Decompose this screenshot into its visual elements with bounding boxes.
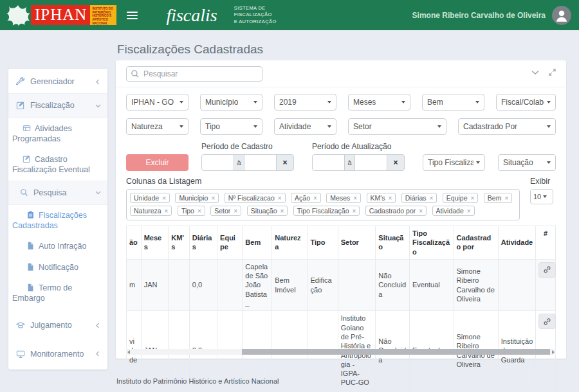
column-tag[interactable]: Natureza xyxy=(130,206,172,216)
sidebar-item-pesquisa[interactable]: Pesquisa xyxy=(8,181,107,205)
remove-tag-icon[interactable] xyxy=(278,195,282,202)
collapse-panel-icon[interactable] xyxy=(531,70,539,75)
column-tag[interactable]: Município xyxy=(175,193,219,203)
meses-select[interactable]: Meses xyxy=(348,94,410,111)
open-record-button[interactable] xyxy=(538,262,556,278)
atividade-select[interactable]: Atividade xyxy=(274,118,336,135)
user-menu[interactable]: Simone Ribeiro Carvalho de Oliveira xyxy=(412,6,571,25)
column-header[interactable]: Tipo Fiscalização xyxy=(409,226,454,260)
sidebar-item-fiscalizacao[interactable]: Fiscalização xyxy=(8,93,107,118)
situacao-select[interactable]: Situação xyxy=(498,154,556,171)
column-tag[interactable]: KM's xyxy=(367,193,396,203)
natureza-select[interactable]: Natureza xyxy=(126,118,188,135)
main-panel: IPHAN - GO Município 2019 Meses Bem Fisc… xyxy=(116,60,566,359)
column-tag[interactable]: Cadastrado por xyxy=(365,206,427,216)
remove-tag-icon[interactable] xyxy=(504,195,508,202)
sidebar-item-auto-infracao[interactable]: Auto Infração xyxy=(8,236,107,256)
remove-tag-icon[interactable] xyxy=(353,195,357,202)
column-header[interactable]: Natureza xyxy=(272,226,308,260)
remove-tag-icon[interactable] xyxy=(211,195,215,202)
remove-tag-icon[interactable] xyxy=(430,195,434,202)
column-header[interactable]: Situação xyxy=(376,226,410,260)
column-tag[interactable]: Setor xyxy=(210,206,241,216)
remove-tag-icon[interactable] xyxy=(280,208,284,215)
remove-tag-icon[interactable] xyxy=(389,195,392,202)
clear-atualizacao-dates-icon[interactable] xyxy=(387,154,405,171)
remove-tag-icon[interactable] xyxy=(165,208,169,215)
sidebar-item-termo-de-embargo[interactable]: Termo de Embargo xyxy=(8,278,107,309)
scroll-left-icon[interactable] xyxy=(127,350,130,354)
atualizacao-start-date-input[interactable] xyxy=(312,154,345,171)
column-tag[interactable]: Nº Fiscalizacao xyxy=(225,193,286,203)
scrollbar-thumb[interactable] xyxy=(242,349,549,355)
column-header[interactable]: Diárias xyxy=(189,226,217,260)
column-tag[interactable]: Ação xyxy=(291,193,321,203)
column-tag-label: Meses xyxy=(330,194,350,202)
setor-select[interactable]: Setor xyxy=(348,118,446,135)
cell-tipo: Edificação xyxy=(308,259,338,310)
tipo-fiscalizacao-select[interactable]: Tipo Fiscalização xyxy=(423,154,485,171)
column-tag[interactable]: Tipo Fiscalização xyxy=(293,206,360,216)
cadastro-end-date-input[interactable] xyxy=(244,154,277,171)
sidebar-item-notificacao[interactable]: Notificação xyxy=(8,257,107,278)
user-avatar-icon[interactable] xyxy=(552,6,571,25)
column-header[interactable]: Bem xyxy=(243,226,272,260)
chevron-left-icon xyxy=(95,323,101,328)
sidebar-item-cadastro-fiscalizacao-eventual[interactable]: Cadastro Fiscalização Eventual xyxy=(8,149,107,181)
cell-cadastrado-por: Simone Ribeiro Carvalho de Oliveira xyxy=(454,259,498,310)
remove-tag-icon[interactable] xyxy=(198,208,201,215)
bem-select[interactable]: Bem xyxy=(422,94,484,111)
column-header[interactable]: Cadastrado por xyxy=(454,226,498,260)
column-header[interactable]: Equipe xyxy=(217,226,243,260)
clear-cadastro-dates-icon[interactable] xyxy=(276,154,294,171)
column-tag[interactable]: Atividade xyxy=(432,206,475,216)
horizontal-scrollbar[interactable] xyxy=(126,349,556,355)
column-tag[interactable]: Situação xyxy=(247,206,288,216)
remove-tag-icon[interactable] xyxy=(313,195,317,202)
iphan-logo[interactable]: IPHAN INSTITUTO DO PATRIMÔNIO HISTÓRICO … xyxy=(6,4,116,26)
remove-tag-icon[interactable] xyxy=(162,195,166,202)
ano-select[interactable]: 2019 xyxy=(274,94,336,111)
table-row[interactable]: m JAN 0,0 Capela de São João Batista_ Be… xyxy=(127,259,556,310)
column-header[interactable]: Meses xyxy=(141,226,169,260)
sidebar-nav: Gerenciador Fiscalização Atividades Prog… xyxy=(8,69,107,370)
column-tag[interactable]: Diárias xyxy=(401,193,437,203)
fiscal-colaborador-select[interactable]: Fiscal/Colaborador xyxy=(496,94,556,111)
atualizacao-end-date-input[interactable] xyxy=(354,154,387,171)
search-input[interactable] xyxy=(126,66,262,82)
cadastro-start-date-input[interactable] xyxy=(201,154,234,171)
remove-tag-icon[interactable] xyxy=(353,208,356,215)
column-tag[interactable]: Meses xyxy=(326,193,361,203)
column-tag[interactable]: Unidade xyxy=(130,193,170,203)
remove-tag-icon[interactable] xyxy=(467,208,471,215)
sidebar-item-fiscalizacoes-cadastradas[interactable]: Fiscalizações Cadastradas xyxy=(8,205,107,236)
column-header[interactable]: Atividade xyxy=(498,226,536,260)
sidebar-item-atividades-programadas[interactable]: Atividades Programadas xyxy=(8,118,107,150)
column-header[interactable]: Tipo xyxy=(308,226,338,260)
remove-tag-icon[interactable] xyxy=(419,208,423,215)
open-record-button[interactable] xyxy=(538,314,556,329)
column-header[interactable]: Setor xyxy=(338,226,376,260)
periodo-cadastro-group: Período de Cadastro à xyxy=(201,142,299,171)
excluir-button[interactable]: Excluir xyxy=(126,154,188,171)
caret-down-icon xyxy=(327,125,331,128)
sidebar-item-gerenciador[interactable]: Gerenciador xyxy=(8,70,107,93)
cadastrado-por-select[interactable]: Cadastrado Por xyxy=(458,118,556,135)
remove-tag-icon[interactable] xyxy=(234,208,237,215)
remove-tag-icon[interactable] xyxy=(471,195,475,202)
unidade-select[interactable]: IPHAN - GO xyxy=(126,94,188,111)
sidebar-item-julgamento[interactable]: Julgamento xyxy=(8,314,107,337)
column-tag[interactable]: Bem xyxy=(484,193,512,203)
column-header[interactable]: ão xyxy=(127,226,142,260)
scroll-right-icon[interactable] xyxy=(552,350,555,354)
sidebar-item-monitoramento[interactable]: Monitoramento xyxy=(8,343,107,366)
column-header[interactable]: KM's xyxy=(169,226,190,260)
column-tag[interactable]: Equipe xyxy=(443,193,479,203)
municipio-select[interactable]: Município xyxy=(200,94,262,111)
page-size-select[interactable]: 10 xyxy=(530,189,553,204)
column-tags-box[interactable]: Unidade Município Nº Fiscalizacao Ação M… xyxy=(126,189,520,220)
tipo-select[interactable]: Tipo xyxy=(200,118,262,135)
expand-fullscreen-icon[interactable] xyxy=(549,69,556,76)
column-tag[interactable]: Tipo xyxy=(178,206,205,216)
menu-toggle-button[interactable] xyxy=(127,10,138,21)
